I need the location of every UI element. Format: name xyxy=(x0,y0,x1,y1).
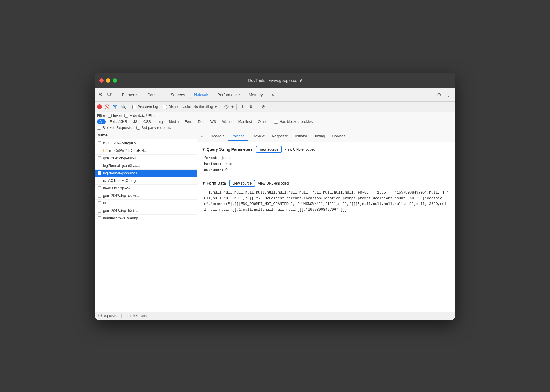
request-item[interactable]: ui xyxy=(95,200,197,207)
request-item[interactable]: log?format=json&has... xyxy=(95,162,197,170)
request-checkbox[interactable] xyxy=(98,141,101,145)
filter-all[interactable]: All xyxy=(97,119,106,124)
filter-fetch-xhr[interactable]: Fetch/XHR xyxy=(107,119,130,124)
preserve-log-checkbox[interactable]: Preserve log xyxy=(132,105,158,109)
query-string-title: ▼ Query String Parameters xyxy=(202,147,253,152)
filter-js[interactable]: JS xyxy=(131,119,140,124)
tab-response[interactable]: Response xyxy=(268,132,292,141)
request-item[interactable]: rs=ACT90oFqOrnng... xyxy=(95,177,197,185)
invert-checkbox[interactable]: Invert xyxy=(108,114,122,118)
transfer-size: 555 kB trans xyxy=(127,314,147,318)
form-data-section-header: ▼ Form Data view source view URL-encoded xyxy=(202,180,451,187)
hide-data-urls-checkbox[interactable]: Hide data URLs xyxy=(124,114,155,118)
request-item[interactable]: gen_204?atyp=i&r=1... xyxy=(95,155,197,162)
tab-headers[interactable]: Headers xyxy=(207,132,228,141)
filter-css[interactable]: CSS xyxy=(141,119,153,124)
more-options-icon[interactable]: ⋮ xyxy=(445,90,453,99)
devtools-window: DevTools - www.google.com/ Elements Cons… xyxy=(95,73,455,320)
network-conditions-icon[interactable]: ⚙ xyxy=(231,105,234,108)
close-details-button[interactable]: ✕ xyxy=(199,134,205,139)
request-checkbox[interactable] xyxy=(98,186,101,190)
settings2-icon[interactable]: ⚙ xyxy=(260,103,267,110)
filter-manifest[interactable]: Manifest xyxy=(236,119,254,124)
query-view-source-button[interactable]: view source xyxy=(256,146,282,153)
tab-sources[interactable]: Sources xyxy=(167,91,189,99)
tab-preview[interactable]: Preview xyxy=(248,132,268,141)
svg-rect-4 xyxy=(98,172,101,174)
titlebar: DevTools - www.google.com/ xyxy=(95,73,455,88)
tab-payload[interactable]: Payload xyxy=(228,132,248,141)
filter-other[interactable]: Other xyxy=(255,119,269,124)
form-view-url-encoded[interactable]: view URL-encoded xyxy=(258,181,289,185)
element-picker-icon[interactable] xyxy=(97,90,105,99)
tab-memory[interactable]: Memory xyxy=(245,91,267,99)
tab-console[interactable]: Console xyxy=(143,91,166,99)
main-content: Name client_204?&atyp=i&... ! m=CnSW2 xyxy=(95,131,455,312)
filter-row1: Filter Invert Hide data URLs xyxy=(97,114,453,118)
request-item[interactable]: gen_204?atyp=i&ct=... xyxy=(95,207,197,215)
toolbar2-divider-3 xyxy=(220,104,220,110)
throttle-dropdown-icon[interactable]: ▼ xyxy=(214,105,218,109)
request-checkbox[interactable] xyxy=(98,216,101,220)
tab-performance[interactable]: Performance xyxy=(213,91,244,99)
filter-wasm[interactable]: Wasm xyxy=(220,119,235,124)
minimize-button[interactable] xyxy=(106,78,110,83)
request-item[interactable]: ! m=CnSW2d,DPreE,H... xyxy=(95,147,197,155)
request-item[interactable]: client_204?&atyp=i&... xyxy=(95,139,197,147)
toolbar-right: ⚙ ⋮ xyxy=(435,90,453,99)
filter-row3: Blocked Requests 3rd-party requests xyxy=(97,126,453,130)
filter-img[interactable]: Img xyxy=(154,119,165,124)
request-checkbox[interactable] xyxy=(98,171,101,175)
disable-cache-checkbox[interactable]: Disable cache xyxy=(163,105,191,109)
form-data-value: [[1,null,null,null,null,null,null,null,n… xyxy=(202,190,451,213)
device-toggle-icon[interactable] xyxy=(105,90,114,99)
param-hasfast: hasfast: true xyxy=(202,162,451,166)
close-button[interactable] xyxy=(99,78,104,83)
request-checkbox[interactable] xyxy=(98,201,101,205)
form-view-source-button[interactable]: view source xyxy=(229,180,255,187)
import-icon[interactable]: ⬆ xyxy=(239,103,246,110)
maximize-button[interactable] xyxy=(113,78,117,83)
filter-doc[interactable]: Doc xyxy=(195,119,206,124)
request-checkbox[interactable] xyxy=(98,209,101,213)
svg-text:!: ! xyxy=(105,149,106,152)
request-item-selected[interactable]: log?format=json&has... xyxy=(95,170,197,177)
filter-media[interactable]: Media xyxy=(167,119,181,124)
has-blocked-cookies-checkbox[interactable]: Has blocked cookies xyxy=(274,120,313,124)
request-checkbox[interactable] xyxy=(98,156,101,160)
blocked-requests-checkbox[interactable]: Blocked Requests xyxy=(97,126,132,130)
request-checkbox[interactable] xyxy=(98,179,101,182)
details-panel: ✕ Headers Payload Preview Response Initi… xyxy=(197,131,455,312)
search-icon[interactable]: 🔍 xyxy=(120,103,127,110)
record-button[interactable] xyxy=(97,104,102,109)
tab-network[interactable]: Network xyxy=(190,90,213,99)
query-view-url-encoded[interactable]: view URL-encoded xyxy=(285,147,315,152)
toolbar2-divider-2 xyxy=(160,104,160,110)
devtools-body: Elements Console Sources Network Perform… xyxy=(95,88,455,320)
warning-icon: ! xyxy=(103,149,107,153)
filter-type-row: All Fetch/XHR JS CSS Img Media Font Doc … xyxy=(97,119,453,124)
export-icon[interactable]: ⬇ xyxy=(247,103,255,110)
param-authuser: authuser: 0 xyxy=(202,168,451,172)
request-checkbox[interactable] xyxy=(98,149,101,152)
request-checkbox[interactable] xyxy=(98,194,101,198)
request-item[interactable]: gen_204?atyp=csi&r... xyxy=(95,192,197,200)
filter-icon[interactable] xyxy=(112,103,119,110)
tab-initiator[interactable]: Initiator xyxy=(292,132,310,141)
request-item[interactable]: m=aLUfP?xjs=s2 xyxy=(95,185,197,192)
svg-rect-1 xyxy=(110,94,112,96)
tab-timing[interactable]: Timing xyxy=(311,132,329,141)
wifi-icon[interactable] xyxy=(223,103,230,110)
filter-ws[interactable]: WS xyxy=(208,119,218,124)
request-checkbox[interactable] xyxy=(98,164,101,167)
clear-icon[interactable]: 🚫 xyxy=(103,103,110,110)
filter-font[interactable]: Font xyxy=(182,119,194,124)
settings-icon[interactable]: ⚙ xyxy=(435,90,443,99)
tab-cookies[interactable]: Cookies xyxy=(328,132,349,141)
tab-elements[interactable]: Elements xyxy=(118,91,142,99)
status-bar: 30 requests 555 kB trans xyxy=(95,312,455,320)
no-throttling-label: No throttling xyxy=(194,105,213,109)
request-item[interactable]: manifest?pwa=webhp xyxy=(95,215,197,222)
tab-more[interactable]: » xyxy=(268,91,278,99)
third-party-checkbox[interactable]: 3rd-party requests xyxy=(136,126,171,130)
